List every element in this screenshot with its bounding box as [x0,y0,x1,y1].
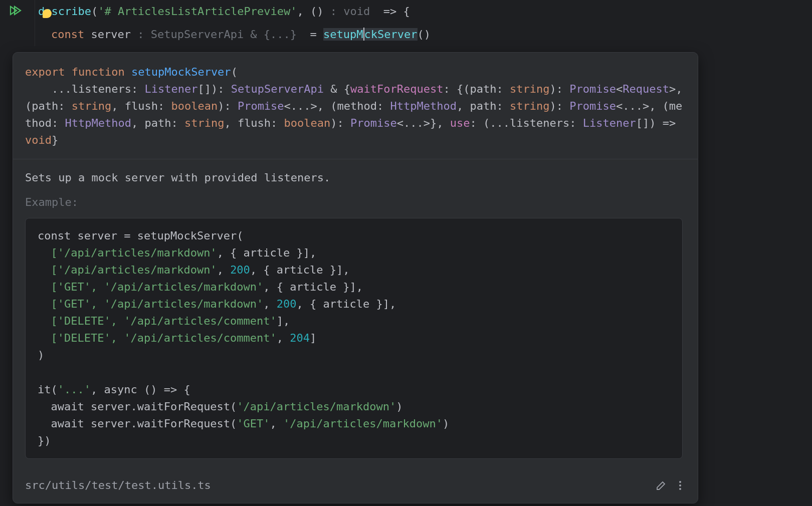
signature-block: export function setupMockServer( ...list… [25,64,686,149]
lightbulb-icon[interactable] [43,9,52,18]
example-label: Example: [25,194,686,211]
code-line-1: describe('# ArticlesListArticlePreview',… [35,0,410,23]
gutter [0,0,35,23]
example-code[interactable]: const server = setupMockServer( ['/api/a… [25,218,683,459]
gutter [0,23,35,46]
svg-point-2 [679,488,681,490]
editor-line-1[interactable]: describe('# ArticlesListArticlePreview',… [0,0,812,23]
source-path[interactable]: src/utils/test/test.utils.ts [25,477,656,494]
divider [13,159,698,159]
doc-description: Sets up a mock server with provided list… [25,169,686,186]
editor-line-2[interactable]: const server : SetupServerApi & {...} = … [0,23,812,46]
quick-documentation-popup: export function setupMockServer( ...list… [13,52,698,503]
run-all-icon[interactable] [9,5,22,18]
svg-point-1 [679,484,681,486]
symbol-setupMockServer[interactable]: setupMckServer [323,28,417,41]
code-line-2: const server : SetupServerApi & {...} = … [35,23,431,46]
popup-footer: src/utils/test/test.utils.ts [25,470,686,503]
pencil-icon[interactable] [656,480,667,491]
more-vertical-icon[interactable] [678,480,683,491]
svg-point-0 [679,481,681,483]
